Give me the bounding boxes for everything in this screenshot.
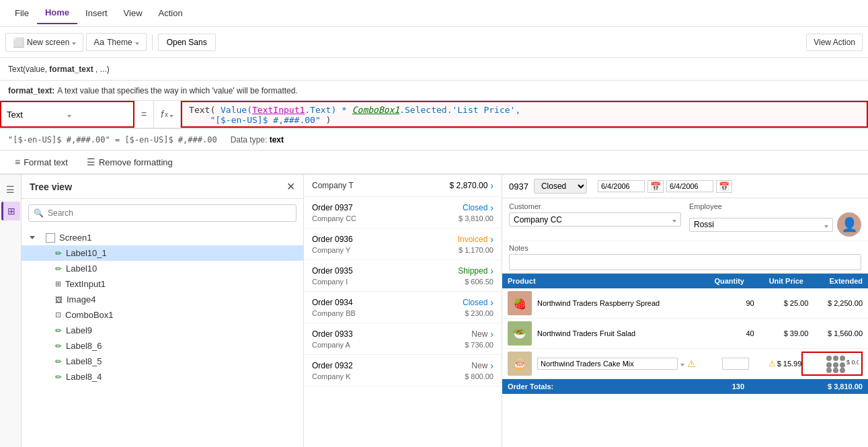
tree-item-label9[interactable]: ✏ Label9 (22, 323, 303, 338)
new-screen-chevron-icon (72, 38, 76, 47)
customer-select[interactable]: Company CC (509, 212, 681, 227)
svg-point-6 (826, 368, 832, 373)
warning2-icon: ⚠ (768, 359, 776, 368)
screen1-label: Screen1 (59, 233, 91, 243)
order-status: New (471, 329, 487, 339)
svg-point-4 (833, 362, 838, 368)
employee-row: Rossi 👤 (689, 212, 861, 237)
tree-item-combobox1[interactable]: ⊡ ComboBox1 (22, 307, 303, 323)
tree-item-label8-4[interactable]: ✏ Label8_4 (22, 369, 303, 384)
app-preview: Company T $ 2,870.00 › Order 0937 Closed… (304, 175, 868, 447)
employee-label: Employee (689, 202, 861, 210)
order-row[interactable]: Order 0933 New › Company A $ 736.00 (304, 323, 502, 355)
detail-header: 0937 Closed New Shipped 📅 📅 (502, 175, 868, 198)
product-name-select[interactable]: Northwind Traders Cake Mix ⚠ (537, 358, 696, 370)
customer-employee-row: Customer Company CC Employee Rossi (502, 198, 868, 241)
detail-status-select[interactable]: Closed New Shipped (534, 179, 587, 194)
property-selector[interactable]: Text (0, 101, 134, 128)
col-product: Product (508, 277, 685, 285)
menu-file[interactable]: File (7, 3, 37, 24)
menu-insert[interactable]: Insert (77, 3, 116, 24)
col-quantity: Quantity (685, 277, 744, 285)
date1-input[interactable] (598, 180, 645, 192)
label-icon: ✏ (55, 341, 62, 351)
font-selector-button[interactable]: Open Sans (158, 34, 216, 51)
screen1-checkbox-icon (46, 233, 55, 243)
order-chevron-icon: › (490, 360, 494, 371)
textinput1-label: TextInput1 (65, 279, 106, 289)
tooltip-text: Text(value, format_text , ...) (8, 65, 110, 74)
label-icon: ✏ (55, 326, 62, 335)
notes-section: Notes (502, 241, 868, 274)
format-hint-right: Data type: text (231, 135, 284, 145)
svg-text:$ 0.00: $ 0.00 (846, 359, 859, 366)
remove-formatting-button[interactable]: ☰ Remove formatting (80, 154, 180, 170)
calendar1-icon[interactable]: 📅 (647, 180, 664, 193)
new-screen-button[interactable]: ⬜ New screen (5, 33, 83, 52)
theme-label: Theme (107, 38, 132, 47)
product-price: $ 25.00 (754, 299, 809, 307)
theme-chevron-icon (135, 38, 139, 47)
tree-item-screen1[interactable]: Screen1 (22, 230, 303, 245)
tree-item-textinput1[interactable]: ⊞ TextInput1 (22, 276, 303, 292)
tree-close-icon[interactable]: ✕ (286, 180, 295, 193)
calendar2-icon[interactable]: 📅 (716, 180, 732, 193)
order-company: Company K (312, 372, 350, 380)
tree-item-image4[interactable]: 🖼 Image4 (22, 292, 303, 307)
sidebar-layers-icon[interactable]: ⊞ (1, 202, 20, 220)
product-ext: $ 2,250.00 (808, 299, 863, 307)
order-row[interactable]: Order 0937 Closed › Company CC $ 3,810.0… (304, 197, 502, 229)
formula-info-bar: format_text: A text value that specifies… (0, 81, 868, 101)
order-status: Shipped (458, 266, 487, 276)
order-chevron-icon: › (490, 234, 494, 245)
price-cell: ⚠ $ 15.99 (749, 359, 802, 368)
svg-point-7 (833, 368, 838, 373)
order-row[interactable]: Order 0936 Invoiced › Company Y $ 1,170.… (304, 229, 502, 260)
order-num: Order 0932 (312, 361, 353, 370)
tree-search-input[interactable] (28, 204, 297, 222)
tree-item-label8-5[interactable]: ✏ Label8_5 (22, 354, 303, 369)
tree-title: Tree view (30, 181, 72, 192)
tree-item-label10[interactable]: ✏ Label10 (22, 261, 303, 276)
product-qty: 40 (700, 329, 754, 337)
label-icon: ✏ (55, 372, 62, 382)
sidebar-menu-icon[interactable]: ☰ (1, 180, 20, 199)
order-num: Order 0934 (312, 298, 353, 307)
svg-point-8 (840, 368, 845, 373)
date2-input[interactable] (666, 180, 713, 192)
product-qty: 90 (700, 299, 754, 307)
order-row[interactable]: Company T $ 2,870.00 › (304, 175, 502, 197)
format-hint-left: "[$-en-US]$ #,###.00" = [$-en-US]$ #,###… (8, 135, 217, 145)
menu-action[interactable]: Action (151, 3, 191, 24)
order-row[interactable]: Order 0935 Shipped › Company I $ 606.50 (304, 260, 502, 292)
product-qty-input[interactable] (722, 358, 749, 370)
tree-item-label10-1[interactable]: ✏ Label10_1 (22, 245, 303, 261)
order-totals: Order Totals: 130 $ 3,810.00 (502, 379, 868, 394)
menu-view[interactable]: View (116, 3, 151, 24)
sidebar-icons: ☰ ⊞ (0, 175, 22, 447)
order-chevron-icon: › (490, 180, 494, 191)
formula-input[interactable]: Text( Value(TextInput1.Text) * ComboBox1… (181, 101, 868, 128)
total-amount: $ 3,810.00 (803, 382, 863, 391)
order-row[interactable]: Order 0934 Closed › Company BB $ 230.00 (304, 292, 502, 323)
order-amount: $ 606.50 (465, 278, 494, 286)
order-amount: $ 800.00 (465, 372, 494, 380)
tree-item-label8-6[interactable]: ✏ Label8_6 (22, 338, 303, 354)
employee-chevron-icon (824, 220, 828, 230)
main-area: ☰ ⊞ Tree view ✕ 🔍 Screen1 ✏ Label10_1 (0, 175, 868, 447)
fx-button[interactable]: f x (154, 101, 181, 128)
view-action-button[interactable]: View Action (806, 34, 863, 51)
order-status: New (471, 361, 487, 370)
product-ext: $ 1,560.00 (808, 329, 863, 337)
label10-label: Label10 (66, 263, 97, 274)
order-chevron-icon: › (490, 329, 494, 339)
product-image: 🥗 (508, 321, 532, 346)
menu-home[interactable]: Home (37, 2, 77, 24)
customer-label: Customer (509, 202, 681, 210)
notes-input[interactable] (509, 254, 861, 270)
employee-section: Employee Rossi 👤 (689, 202, 861, 237)
theme-button[interactable]: Aa Theme (86, 33, 146, 51)
order-row[interactable]: Order 0932 New › Company K $ 800.00 (304, 355, 502, 387)
employee-select[interactable]: Rossi (689, 218, 833, 232)
format-text-button[interactable]: ≡ Format text (8, 154, 75, 170)
